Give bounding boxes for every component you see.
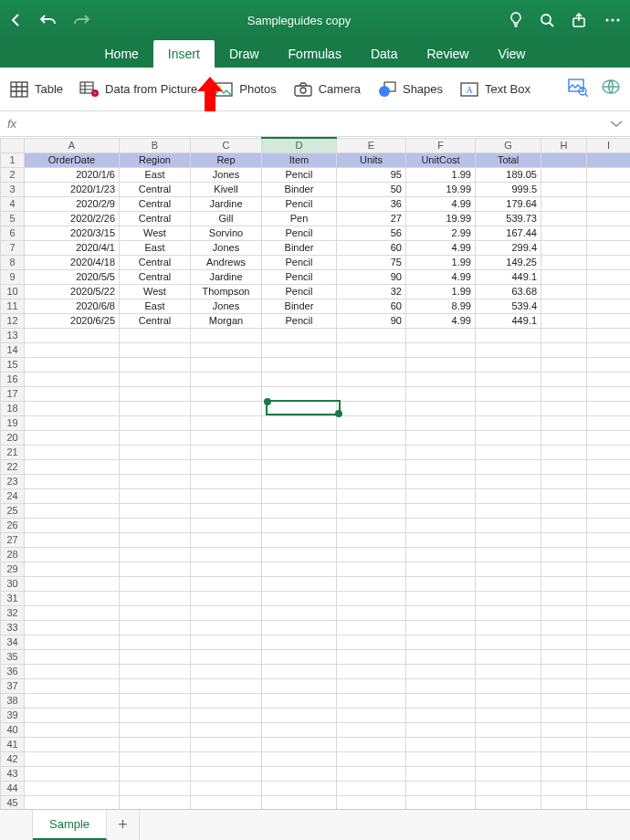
row-header-23[interactable]: 23 <box>1 474 25 488</box>
cell-I39[interactable] <box>587 708 631 722</box>
cell-E4[interactable]: 36 <box>337 196 406 211</box>
cell-I3[interactable] <box>587 182 631 196</box>
cell-G7[interactable]: 299.4 <box>476 240 541 255</box>
cell-A8[interactable]: 2020/4/18 <box>25 255 120 269</box>
cell-A44[interactable] <box>25 781 120 795</box>
cell-F40[interactable] <box>406 722 476 737</box>
cell-E23[interactable] <box>337 474 406 488</box>
cell-G9[interactable]: 449.1 <box>476 269 541 284</box>
row-header-25[interactable]: 25 <box>1 503 25 518</box>
cell-I4[interactable] <box>587 196 631 211</box>
col-header-I[interactable]: I <box>587 138 631 152</box>
cell-G5[interactable]: 539.73 <box>476 211 541 226</box>
cell-I30[interactable] <box>587 576 631 591</box>
row-header-30[interactable]: 30 <box>1 576 25 591</box>
cell-F9[interactable]: 4.99 <box>406 269 476 284</box>
cell-I15[interactable] <box>587 357 631 372</box>
cell-F23[interactable] <box>406 474 476 488</box>
cell-C5[interactable]: Gill <box>191 211 262 226</box>
cell-E19[interactable] <box>337 415 406 430</box>
cell-E9[interactable]: 90 <box>337 269 406 284</box>
cell-C29[interactable] <box>191 562 262 576</box>
cell-G18[interactable] <box>476 401 541 415</box>
cell-B29[interactable] <box>120 562 191 576</box>
cell-G45[interactable] <box>476 795 541 810</box>
cell-H21[interactable] <box>541 445 587 459</box>
cell-C19[interactable] <box>191 415 262 430</box>
cell-C39[interactable] <box>191 708 262 722</box>
row-header-15[interactable]: 15 <box>1 357 25 372</box>
cell-B41[interactable] <box>120 737 191 751</box>
cell-I29[interactable] <box>587 562 631 576</box>
cell-H38[interactable] <box>541 693 587 708</box>
cell-H3[interactable] <box>541 182 587 196</box>
cell-A6[interactable]: 2020/3/15 <box>25 226 120 240</box>
cell-C23[interactable] <box>191 474 262 488</box>
cell-A37[interactable] <box>25 678 120 693</box>
cell-I10[interactable] <box>587 284 631 299</box>
cell-H31[interactable] <box>541 591 587 605</box>
row-header-4[interactable]: 4 <box>1 196 25 211</box>
cell-D8[interactable]: Pencil <box>262 255 337 269</box>
cell-E38[interactable] <box>337 693 406 708</box>
cell-F18[interactable] <box>406 401 476 415</box>
cell-I17[interactable] <box>587 386 631 401</box>
cell-A3[interactable]: 2020/1/23 <box>25 182 120 196</box>
cell-C15[interactable] <box>191 357 262 372</box>
cell-D5[interactable]: Pen <box>262 211 337 226</box>
cell-D39[interactable] <box>262 708 337 722</box>
cell-F36[interactable] <box>406 664 476 678</box>
cell-G33[interactable] <box>476 620 541 635</box>
cell-I12[interactable] <box>587 313 631 328</box>
cell-D28[interactable] <box>262 547 337 562</box>
cell-C11[interactable]: Jones <box>191 299 262 313</box>
cell-E21[interactable] <box>337 445 406 459</box>
cell-A36[interactable] <box>25 664 120 678</box>
cell-F29[interactable] <box>406 562 476 576</box>
cell-E41[interactable] <box>337 737 406 751</box>
cell-F6[interactable]: 2.99 <box>406 226 476 240</box>
cell-H12[interactable] <box>541 313 587 328</box>
cell-H19[interactable] <box>541 415 587 430</box>
cell-D4[interactable]: Pencil <box>262 196 337 211</box>
cell-I34[interactable] <box>587 635 631 649</box>
spreadsheet-grid[interactable]: ABCDEFGHI1OrderDateRegionRepItemUnitsUni… <box>0 137 630 840</box>
cell-E2[interactable]: 95 <box>337 167 406 182</box>
cell-F5[interactable]: 19.99 <box>406 211 476 226</box>
cell-G3[interactable]: 999.5 <box>476 182 541 196</box>
cell-H32[interactable] <box>541 605 587 620</box>
cell-F37[interactable] <box>406 678 476 693</box>
cell-C41[interactable] <box>191 737 262 751</box>
cell-F45[interactable] <box>406 795 476 810</box>
cell-E33[interactable] <box>337 620 406 635</box>
cell-D40[interactable] <box>262 722 337 737</box>
cell-I43[interactable] <box>587 766 631 781</box>
sheet-tab-sample[interactable]: Sample <box>33 810 107 840</box>
cell-B13[interactable] <box>120 328 191 342</box>
back-icon[interactable] <box>9 13 24 27</box>
lightbulb-icon[interactable] <box>509 12 523 28</box>
row-header-10[interactable]: 10 <box>1 284 25 299</box>
cell-D1[interactable]: Item <box>262 152 337 167</box>
cmd-data-from-picture[interactable]: Data from Picture <box>79 79 197 100</box>
cell-B3[interactable]: Central <box>120 182 191 196</box>
cell-D30[interactable] <box>262 576 337 591</box>
cell-C31[interactable] <box>191 591 262 605</box>
cell-H18[interactable] <box>541 401 587 415</box>
row-header-8[interactable]: 8 <box>1 255 25 269</box>
cell-A9[interactable]: 2020/5/5 <box>25 269 120 284</box>
row-header-18[interactable]: 18 <box>1 401 25 415</box>
cell-D26[interactable] <box>262 518 337 532</box>
cell-H16[interactable] <box>541 372 587 386</box>
cell-G4[interactable]: 179.64 <box>476 196 541 211</box>
cell-C7[interactable]: Jones <box>191 240 262 255</box>
cell-H23[interactable] <box>541 474 587 488</box>
cell-F17[interactable] <box>406 386 476 401</box>
cell-C36[interactable] <box>191 664 262 678</box>
cell-G2[interactable]: 189.05 <box>476 167 541 182</box>
cell-A40[interactable] <box>25 722 120 737</box>
cell-A38[interactable] <box>25 693 120 708</box>
cell-B16[interactable] <box>120 372 191 386</box>
select-all-corner[interactable] <box>1 138 25 152</box>
cell-G16[interactable] <box>476 372 541 386</box>
